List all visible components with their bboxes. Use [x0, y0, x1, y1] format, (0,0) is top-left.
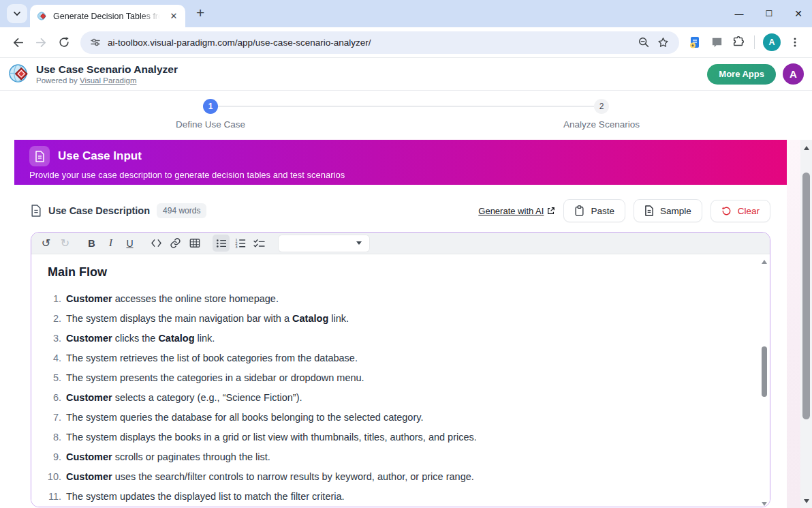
tab-search-button[interactable] — [7, 4, 27, 23]
new-tab-button[interactable]: + — [196, 5, 204, 21]
undo-icon[interactable]: ↺ — [37, 235, 54, 252]
list-item-text: The system retrieves the list of book ca… — [66, 353, 358, 363]
editor-scrollbar-thumb[interactable] — [762, 346, 767, 397]
sample-label: Sample — [660, 206, 691, 216]
browser-profile-avatar[interactable]: A — [763, 33, 781, 51]
list-item-number: 6. — [44, 392, 61, 403]
powered-by: Powered by Visual Paradigm — [36, 76, 178, 85]
step-analyze-scenarios[interactable]: 2 Analyze Scenarios — [540, 99, 663, 130]
list-item: 8.The system displays the books in a gri… — [44, 432, 743, 443]
docs-extension-icon[interactable] — [685, 32, 705, 53]
back-button[interactable] — [7, 31, 29, 53]
list-item: 10.Customer uses the search/filter contr… — [44, 471, 743, 482]
sample-document-icon — [644, 205, 654, 216]
browser-titlebar: Generate Decision Tables from U ✕ + — ☐ … — [0, 0, 812, 27]
editor-content[interactable]: Main Flow 1.Customer accesses the online… — [31, 254, 770, 507]
menu-kebab-icon[interactable] — [785, 32, 805, 53]
list-item: 1.Customer accesses the online store hom… — [44, 293, 743, 304]
maximize-icon[interactable]: ☐ — [766, 9, 773, 18]
list-item-text: The system displays the books in a grid … — [66, 432, 477, 443]
back-icon — [12, 36, 25, 49]
page-scrollbar-thumb[interactable] — [802, 173, 810, 419]
code-icon[interactable] — [148, 235, 165, 252]
clear-button[interactable]: Clear — [710, 200, 770, 222]
generate-with-ai-label: Generate with AI — [478, 206, 544, 216]
minimize-icon[interactable]: — — [735, 9, 744, 19]
list-item-text: Customer selects a category (e.g., “Scie… — [66, 392, 302, 403]
list-item-number: 7. — [44, 412, 61, 423]
banner-title: Use Case Input — [58, 149, 142, 163]
svg-text:3: 3 — [235, 245, 237, 248]
page-background-strip — [785, 140, 800, 508]
list-item-text: The system presents the categories in a … — [66, 372, 364, 383]
paste-label: Paste — [591, 206, 614, 216]
redo-icon[interactable]: ↻ — [57, 235, 74, 252]
bold-icon[interactable]: B — [83, 235, 100, 252]
editor-heading: Main Flow — [48, 265, 743, 280]
step-define-use-case[interactable]: 1 Define Use Case — [149, 99, 272, 130]
chevron-down-icon — [13, 10, 21, 18]
list-item-text: Customer scrolls or paginates through th… — [66, 451, 270, 462]
sample-button[interactable]: Sample — [634, 199, 702, 222]
forward-button[interactable] — [30, 31, 52, 53]
zoom-out-icon[interactable] — [638, 36, 650, 48]
forward-icon — [35, 36, 48, 49]
page-scrollbar[interactable] — [800, 140, 812, 508]
scroll-up-arrow-icon[interactable] — [762, 260, 767, 264]
scroll-down-arrow-icon[interactable] — [762, 502, 767, 506]
paste-button[interactable]: Paste — [563, 199, 625, 222]
chat-extension-icon[interactable] — [706, 32, 727, 53]
step-number: 2 — [594, 99, 609, 114]
check-list-icon[interactable] — [251, 235, 268, 252]
more-apps-button[interactable]: More Apps — [707, 64, 776, 85]
paragraph-style-dropdown[interactable] — [279, 235, 369, 252]
powered-prefix: Powered by — [36, 76, 78, 85]
reset-icon — [721, 206, 732, 216]
app-title: Use Case Scenario Analyzer — [36, 63, 178, 76]
italic-icon[interactable]: I — [102, 235, 119, 252]
tab-close-icon[interactable]: ✕ — [168, 10, 180, 23]
use-case-input-banner: Use Case Input Provide your use case des… — [14, 140, 787, 185]
list-item-number: 5. — [44, 372, 61, 383]
extensions-puzzle-icon[interactable] — [728, 32, 749, 53]
scroll-down-arrow-icon[interactable] — [800, 496, 812, 507]
address-bar[interactable]: ai-toolbox.visual-paradigm.com/app/use-c… — [80, 31, 679, 54]
generate-with-ai-link[interactable]: Generate with AI — [478, 206, 555, 216]
underline-icon[interactable]: U — [121, 235, 138, 252]
document-icon — [29, 146, 50, 166]
scroll-up-arrow-icon[interactable] — [800, 143, 812, 153]
url-text[interactable]: ai-toolbox.visual-paradigm.com/app/use-c… — [108, 38, 631, 48]
toolbar-divider — [754, 35, 755, 49]
link-icon[interactable] — [167, 235, 184, 252]
editor-scrollbar[interactable] — [760, 254, 770, 507]
list-item-text: Customer accesses the online store homep… — [66, 293, 279, 304]
list-item-number: 3. — [44, 333, 61, 344]
bullet-list-icon[interactable] — [213, 235, 230, 252]
browser-tab[interactable]: Generate Decision Tables from U ✕ — [30, 5, 185, 27]
app-header: Use Case Scenario Analyzer Powered by Vi… — [0, 58, 812, 91]
list-item: 3.Customer clicks the Catalog link. — [44, 333, 743, 344]
page-content: Use Case Input Provide your use case des… — [0, 140, 812, 508]
list-item: 7.The system queries the database for al… — [44, 412, 743, 423]
table-icon[interactable] — [186, 235, 203, 252]
list-item: 9.Customer scrolls or paginates through … — [44, 451, 743, 462]
step-label: Define Use Case — [149, 119, 272, 130]
main-container: Use Case Input Provide your use case des… — [14, 140, 787, 508]
clipboard-icon — [574, 205, 584, 216]
browser-toolbar: ai-toolbox.visual-paradigm.com/app/use-c… — [0, 27, 812, 58]
tab-title: Generate Decision Tables from U — [53, 12, 162, 21]
app-user-avatar[interactable]: A — [783, 63, 804, 85]
step-number: 1 — [203, 99, 218, 114]
list-item-number: 11. — [44, 491, 61, 502]
list-item-text: Customer uses the search/filter controls… — [66, 471, 474, 482]
numbered-list-icon[interactable]: 123 — [232, 235, 249, 252]
reload-button[interactable] — [53, 31, 75, 53]
favicon-visual-paradigm — [37, 11, 48, 22]
clear-label: Clear — [738, 206, 760, 216]
visual-paradigm-link[interactable]: Visual Paradigm — [80, 76, 137, 85]
word-count-badge: 494 words — [157, 203, 206, 218]
close-icon[interactable]: ✕ — [794, 8, 802, 19]
bookmark-star-icon[interactable] — [657, 36, 670, 49]
site-settings-icon — [90, 37, 101, 48]
list-item-number: 9. — [44, 451, 61, 462]
